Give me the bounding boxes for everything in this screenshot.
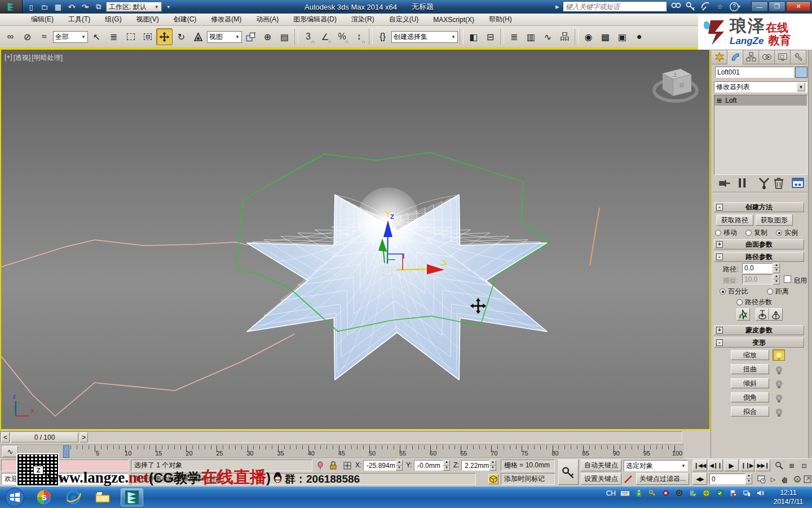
deform-倾斜-light-icon[interactable]	[773, 378, 785, 389]
select-object-icon[interactable]: ↖	[89, 28, 105, 45]
select-by-name-icon[interactable]: ≣	[105, 28, 122, 45]
favorites-star-icon[interactable]: ☆	[714, 1, 726, 12]
key-filters-button[interactable]: 关键点过滤器...	[636, 473, 689, 485]
path-steps-radio[interactable]: 路径步数	[736, 297, 772, 307]
deform-倾斜-button[interactable]: 倾斜	[731, 378, 769, 388]
set-key-button[interactable]: 设置关键点	[581, 473, 621, 485]
menu-item-动画A[interactable]: 动画(A)	[249, 13, 286, 26]
rollout-toggle-icon[interactable]: -	[716, 204, 723, 211]
deform-拟合-light-icon[interactable]	[773, 406, 785, 417]
open-mini-curve-editor-icon[interactable]: ∿	[2, 446, 18, 457]
viewport-pov-menu[interactable]: [透视]	[14, 53, 31, 63]
minimize-button[interactable]: —	[751, 1, 768, 12]
communication-center-icon[interactable]	[700, 1, 711, 12]
rollout-toggle-icon[interactable]: -	[716, 339, 723, 346]
taskbar-3dsmax-icon[interactable]: MAX	[121, 488, 143, 506]
deform-扭曲-button[interactable]: 扭曲	[731, 364, 769, 374]
rollout-creation-method[interactable]: -创建方法	[714, 202, 804, 212]
red-diamond-tray-icon[interactable]	[661, 489, 670, 497]
time-slider-handle[interactable]: 0 / 100	[11, 432, 78, 443]
key-tray-icon[interactable]	[648, 489, 656, 497]
tab-motion[interactable]	[759, 50, 775, 64]
close-button[interactable]: ✕	[786, 1, 811, 12]
keyboard-override-icon[interactable]: ▤	[276, 28, 293, 45]
open-file-icon[interactable]: 🗀	[38, 1, 51, 12]
pick-shape-button[interactable]	[736, 308, 750, 321]
previous-shape-button[interactable]	[756, 308, 769, 321]
deform-倒角-light-icon[interactable]	[773, 392, 785, 403]
tab-display[interactable]	[775, 50, 791, 64]
rollout-deformations[interactable]: -变形	[714, 338, 804, 348]
viewport-shading-menu[interactable]: [明暗处理]	[32, 53, 63, 63]
layer-manager-icon[interactable]: ≣	[506, 28, 522, 45]
named-selection-sets-dropdown[interactable]: 创建选择集▼	[391, 31, 458, 43]
time-slider-track[interactable]	[0, 431, 682, 443]
select-and-scale-icon[interactable]	[190, 28, 206, 45]
rollout-path-parameters[interactable]: -路径参数	[714, 252, 804, 262]
key-mode-toggle-button[interactable]: ◀▶	[692, 473, 707, 485]
play-button[interactable]: ▶	[724, 459, 739, 471]
subscription-key-icon[interactable]	[685, 1, 696, 12]
zoom-all-icon[interactable]: ⊞	[786, 460, 797, 471]
select-and-link-icon[interactable]: ∞	[2, 28, 19, 45]
pan-hand-icon[interactable]	[779, 474, 791, 485]
track-bar[interactable]: 0510152025303540455055606570758085909510…	[0, 445, 683, 458]
tab-create[interactable]	[712, 50, 727, 64]
start-button[interactable]	[3, 488, 26, 506]
redo-icon[interactable]: ↷▾	[79, 1, 91, 12]
new-scene-icon[interactable]: ▯	[25, 1, 37, 12]
taskbar-sogou-icon[interactable]: S	[33, 488, 55, 506]
viewport-scene[interactable]: Zzyx上前	[1, 51, 709, 429]
radio-移动[interactable]: 移动	[715, 228, 737, 236]
unlink-selection-icon[interactable]: ⊘	[19, 28, 36, 45]
angle-snap-icon[interactable]: ∠∩	[317, 28, 333, 45]
previous-frame-button[interactable]: ◀❙❙	[708, 459, 723, 471]
next-shape-button[interactable]	[769, 308, 783, 321]
tab-hierarchy[interactable]	[743, 50, 759, 64]
get-path-button[interactable]: 获取路径	[716, 214, 753, 226]
schematic-view-icon[interactable]: 品	[557, 28, 573, 45]
zoom-icon[interactable]	[774, 460, 785, 471]
menu-item-自定义U[interactable]: 自定义(U)	[382, 13, 426, 26]
menu-item-图形编辑器D[interactable]: 图形编辑器(D)	[286, 13, 344, 26]
save-file-icon[interactable]: ▦	[52, 1, 64, 12]
snap-value-field[interactable]: 10.0	[742, 274, 773, 284]
next-frame-button[interactable]: ❙❙▶	[740, 459, 754, 471]
object-name-field[interactable]: Loft001	[715, 67, 794, 78]
orbit-icon[interactable]	[792, 474, 803, 485]
zoom-extents-icon[interactable]: ⊡	[798, 460, 810, 471]
configure-modifier-sets-icon[interactable]	[791, 177, 805, 189]
search-input[interactable]	[563, 1, 667, 12]
distance-radio[interactable]: 距离	[767, 287, 789, 296]
deform-倒角-button[interactable]: 倒角	[731, 392, 769, 402]
menu-item-修改器M[interactable]: 修改器(M)	[204, 13, 249, 26]
menu-item-工具T[interactable]: 工具(T)	[61, 13, 98, 26]
make-unique-icon[interactable]	[757, 177, 771, 189]
deform-缩放-light-icon[interactable]	[773, 349, 785, 361]
project-folder-icon[interactable]: ⧉	[92, 1, 105, 12]
auto-key-button[interactable]: 自动关键点	[581, 459, 621, 471]
menu-item-组G[interactable]: 组(G)	[98, 13, 129, 26]
rollout-toggle-icon[interactable]: -	[716, 253, 723, 260]
rollout-toggle-icon[interactable]: +	[716, 327, 723, 334]
enable-checkbox[interactable]	[784, 275, 791, 283]
pin-stack-icon[interactable]	[717, 177, 732, 189]
spinner-snap-icon[interactable]: ↕∩	[351, 28, 367, 45]
deform-扭曲-light-icon[interactable]	[773, 364, 785, 375]
selection-filter-dropdown[interactable]: 选定对象▼	[624, 460, 688, 471]
tab-utilities[interactable]	[791, 50, 806, 64]
green-shield-tray-icon[interactable]	[716, 489, 724, 497]
reference-coordinate-dropdown[interactable]: 视图▼	[207, 31, 242, 43]
time-configuration-icon[interactable]	[756, 474, 767, 485]
usb-tray-icon[interactable]	[634, 489, 643, 497]
taskbar-ie-icon[interactable]: e	[62, 488, 85, 506]
rendered-frame-icon[interactable]: ▣	[614, 28, 630, 45]
taskbar-clock[interactable]: 12:11 2014/7/11	[767, 488, 810, 506]
dark-circle-tray-icon[interactable]	[675, 489, 683, 497]
modifier-stack-item[interactable]: ⊞Loft	[714, 95, 807, 106]
next-frame-arrow[interactable]: >	[80, 432, 88, 443]
taskbar-explorer-icon[interactable]	[91, 488, 114, 506]
object-name-input[interactable]: Loft001	[715, 67, 794, 78]
get-shape-button[interactable]: 获取图形	[756, 214, 793, 226]
use-pivot-center-icon[interactable]	[242, 28, 259, 45]
